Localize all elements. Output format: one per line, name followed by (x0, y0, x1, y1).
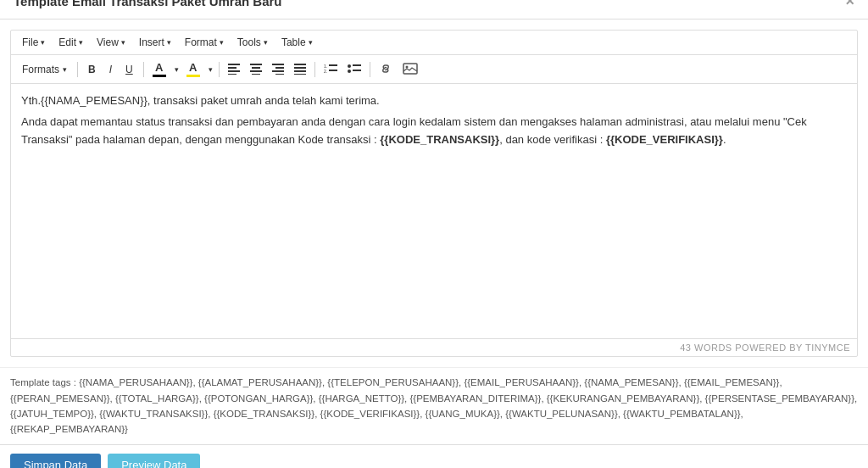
image-icon (403, 63, 418, 75)
toolbar-separator-2 (143, 62, 144, 77)
svg-rect-21 (353, 64, 361, 66)
editor-toolbar-format: Formats ▾ B I U (11, 55, 857, 84)
link-icon (379, 63, 392, 75)
unordered-list-icon (348, 63, 361, 75)
view-chevron-icon: ▾ (121, 38, 125, 47)
svg-rect-23 (353, 70, 361, 71)
toolbar-file[interactable]: File ▾ (16, 34, 51, 51)
svg-rect-24 (403, 64, 417, 74)
font-color-indicator (153, 75, 166, 77)
bg-color-dropdown[interactable]: ▾ (206, 63, 214, 76)
bg-color-button[interactable]: A (182, 58, 204, 80)
bold-button[interactable]: B (82, 61, 102, 78)
underline-button[interactable]: U (120, 61, 139, 78)
svg-rect-2 (228, 70, 240, 72)
svg-rect-5 (252, 67, 260, 69)
ordered-list-icon: 1. 2. (324, 63, 337, 75)
svg-rect-7 (252, 74, 260, 75)
align-center-button[interactable] (246, 60, 266, 79)
toolbar-tools[interactable]: Tools ▾ (231, 34, 274, 51)
align-center-icon (250, 63, 262, 75)
template-tags-label: Template tags : (10, 377, 76, 387)
modal-title: Template Email Transaksi Paket Umrah Bar… (14, 0, 282, 8)
svg-text:2.: 2. (324, 69, 327, 74)
font-color-chevron-icon: ▾ (175, 65, 179, 74)
formats-dropdown[interactable]: Formats ▾ (16, 61, 73, 78)
font-color-button[interactable]: A (148, 58, 170, 80)
svg-rect-10 (272, 70, 284, 72)
align-right-icon (272, 63, 284, 75)
svg-rect-19 (329, 70, 337, 71)
toolbar-table[interactable]: Table ▾ (275, 34, 319, 51)
bg-color-label: A (189, 61, 197, 74)
svg-point-25 (405, 65, 408, 68)
svg-rect-1 (228, 67, 236, 69)
font-color-label: A (155, 61, 163, 74)
image-button[interactable] (398, 60, 422, 79)
italic-button[interactable]: I (103, 61, 118, 78)
svg-rect-4 (250, 64, 262, 65)
svg-rect-0 (228, 64, 240, 65)
font-color-dropdown[interactable]: ▾ (172, 63, 181, 76)
align-right-button[interactable] (268, 60, 288, 79)
modal-overlay: Template Email Transaksi Paket Umrah Bar… (0, 0, 868, 468)
tools-chevron-icon: ▾ (264, 38, 268, 47)
toolbar-separator-5 (370, 62, 370, 77)
modal-close-button[interactable]: × (845, 0, 854, 8)
link-button[interactable] (375, 60, 397, 79)
toolbar-separator-1 (77, 62, 78, 77)
file-chevron-icon: ▾ (41, 38, 45, 47)
editor-line-1: Yth.{{NAMA_PEMESAN}}, transaksi paket um… (21, 92, 847, 110)
svg-rect-14 (294, 70, 306, 72)
format-chevron-icon: ▾ (220, 38, 224, 47)
svg-point-22 (348, 70, 351, 73)
toolbar-view[interactable]: View ▾ (91, 34, 131, 51)
word-count-label: 43 WORDS POWERED BY TINYMCE (680, 343, 850, 353)
toolbar-separator-4 (314, 62, 315, 77)
svg-rect-17 (329, 64, 337, 66)
toolbar-edit[interactable]: Edit ▾ (53, 34, 89, 51)
editor-line-2: Anda dapat memantau status transaksi dan… (21, 114, 847, 149)
table-chevron-icon: ▾ (309, 38, 313, 47)
svg-rect-6 (250, 70, 262, 72)
svg-rect-13 (294, 67, 306, 69)
justify-button[interactable] (290, 60, 310, 79)
editor-container: File ▾ Edit ▾ View ▾ Insert ▾ (10, 30, 858, 357)
toolbar-separator-3 (219, 62, 220, 77)
save-button[interactable]: Simpan Data (10, 454, 101, 468)
bg-color-indicator (186, 75, 200, 77)
editor-toolbar-top: File ▾ Edit ▾ View ▾ Insert ▾ (11, 31, 857, 55)
edit-chevron-icon: ▾ (79, 38, 83, 47)
insert-chevron-icon: ▾ (167, 38, 171, 47)
editor-footer: 43 WORDS POWERED BY TINYMCE (11, 338, 857, 356)
svg-rect-3 (228, 74, 236, 75)
modal-header: Template Email Transaksi Paket Umrah Bar… (0, 0, 868, 20)
align-left-button[interactable] (224, 60, 244, 79)
svg-rect-15 (294, 74, 306, 75)
svg-rect-8 (272, 64, 284, 65)
ordered-list-button[interactable]: 1. 2. (320, 60, 342, 79)
kode-transaksi-placeholder: {{KODE_TRANSAKSI}} (380, 133, 499, 146)
toolbar-format[interactable]: Format ▾ (179, 34, 230, 51)
bg-color-chevron-icon: ▾ (209, 65, 213, 74)
modal-dialog: Template Email Transaksi Paket Umrah Bar… (0, 0, 868, 468)
justify-icon (294, 63, 306, 75)
svg-rect-12 (294, 64, 306, 65)
editor-content[interactable]: Yth.{{NAMA_PEMESAN}}, transaksi paket um… (11, 84, 857, 338)
template-tags-values: {{NAMA_PERUSAHAAN}}, {{ALAMAT_PERUSAHAAN… (10, 377, 857, 434)
template-tags-section: Template tags : {{NAMA_PERUSAHAAN}}, {{A… (0, 367, 868, 444)
formats-chevron-icon: ▾ (63, 65, 67, 74)
unordered-list-button[interactable] (343, 60, 365, 79)
svg-point-20 (348, 64, 351, 68)
align-left-icon (228, 63, 240, 75)
svg-rect-9 (275, 67, 284, 69)
modal-footer: Simpan Data Preview Data (0, 444, 868, 468)
preview-button[interactable]: Preview Data (108, 454, 200, 468)
modal-body: File ▾ Edit ▾ View ▾ Insert ▾ (0, 30, 868, 468)
kode-verifikasi-placeholder: {{KODE_VERIFIKASI}} (606, 133, 723, 146)
toolbar-insert[interactable]: Insert ▾ (133, 34, 177, 51)
svg-rect-11 (275, 74, 284, 75)
